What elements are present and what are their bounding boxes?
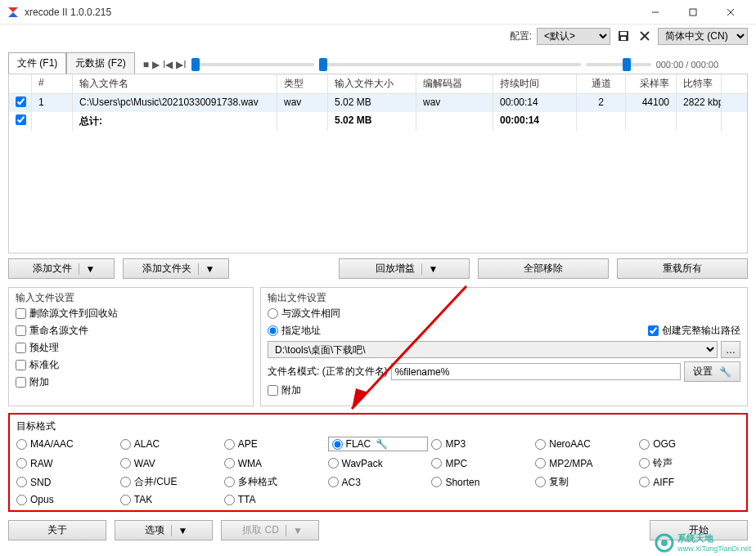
minimize-button[interactable]	[637, 0, 674, 25]
col-name[interactable]: 输入文件名	[73, 74, 277, 93]
format-mp3[interactable]: MP3	[431, 437, 532, 451]
format-ape[interactable]: APE	[224, 437, 325, 451]
filename-settings-button[interactable]: 设置 🔧	[684, 361, 740, 382]
delete-icon[interactable]	[637, 28, 653, 44]
format-radio[interactable]	[120, 458, 131, 469]
format-radio[interactable]	[328, 477, 339, 487]
format-radio[interactable]	[16, 477, 27, 487]
options-button[interactable]: 选项▼	[115, 520, 213, 540]
format-radio[interactable]	[224, 458, 235, 469]
close-button[interactable]	[712, 0, 749, 25]
format-shorten[interactable]: Shorten	[431, 475, 532, 489]
format-ogg[interactable]: OGG	[639, 437, 740, 451]
add-folder-button[interactable]: 添加文件夹▼	[123, 258, 229, 279]
format-mp2mpa[interactable]: MP2/MPA	[535, 456, 636, 470]
row-checkbox[interactable]	[16, 96, 26, 107]
table-row[interactable]: 1 C:\Users\pc\Music\20210330091738.wav w…	[9, 94, 747, 112]
format-wavpack[interactable]: WavPack	[328, 456, 429, 470]
volume-slider[interactable]	[586, 63, 651, 66]
save-icon[interactable]	[615, 28, 632, 44]
format-m4aaac[interactable]: M4A/AAC	[16, 437, 117, 451]
col-ch[interactable]: 通道	[577, 74, 626, 93]
total-checkbox[interactable]	[16, 114, 26, 125]
remove-all-button[interactable]: 全部移除	[478, 258, 609, 279]
format-radio[interactable]	[431, 458, 442, 469]
format-ac3[interactable]: AC3	[328, 475, 429, 489]
col-num[interactable]: #	[32, 74, 73, 93]
progress-slider[interactable]	[319, 63, 581, 66]
create-full-path-checkbox[interactable]	[648, 325, 659, 336]
format-cue[interactable]: 合并/CUE	[120, 475, 221, 489]
col-check[interactable]	[9, 74, 32, 93]
col-size[interactable]: 输入文件大小	[328, 74, 416, 93]
format-radio[interactable]	[120, 477, 131, 487]
add-file-button[interactable]: 添加文件▼	[8, 258, 115, 279]
gear-icon[interactable]: 🔧	[376, 438, 388, 450]
format-radio[interactable]	[16, 439, 27, 450]
same-as-source-radio[interactable]	[268, 308, 278, 319]
format-wma[interactable]: WMA	[224, 456, 325, 470]
browse-button[interactable]: …	[721, 341, 740, 358]
format-opus[interactable]: Opus	[16, 494, 117, 505]
format-radio[interactable]	[535, 477, 546, 487]
col-dur[interactable]: 持续时间	[493, 74, 577, 93]
format-radio[interactable]	[431, 477, 442, 487]
format-[interactable]: 铃声	[639, 456, 740, 470]
tab-files[interactable]: 文件 (F1)	[8, 52, 66, 74]
format-radio[interactable]	[431, 439, 442, 450]
format-radio[interactable]	[639, 439, 650, 450]
about-button[interactable]: 关于	[8, 520, 106, 540]
specify-path-radio[interactable]	[268, 325, 278, 336]
config-select[interactable]: <默认>	[537, 28, 610, 45]
delete-to-recycle-checkbox[interactable]	[16, 308, 26, 319]
format-radio[interactable]	[328, 458, 339, 469]
format-radio[interactable]	[535, 439, 546, 450]
format-radio[interactable]	[332, 439, 343, 450]
format-[interactable]: 多种格式	[224, 475, 325, 489]
format-mpc[interactable]: MPC	[431, 456, 532, 470]
preprocess-checkbox[interactable]	[16, 343, 26, 353]
format-aiff[interactable]: AIFF	[639, 475, 740, 489]
play-icon[interactable]: ▶	[152, 59, 160, 70]
reload-all-button[interactable]: 重载所有	[617, 258, 748, 279]
format-tta[interactable]: TTA	[224, 494, 325, 505]
format-radio[interactable]	[120, 495, 131, 505]
format-radio[interactable]	[224, 439, 235, 450]
replay-gain-button[interactable]: 回放增益▼	[339, 258, 470, 279]
normalize-checkbox[interactable]	[16, 360, 26, 370]
rename-source-checkbox[interactable]	[16, 325, 26, 336]
format-radio[interactable]	[16, 495, 27, 505]
format-snd[interactable]: SND	[16, 475, 117, 489]
seek-slider[interactable]	[191, 63, 314, 66]
filename-pattern-input[interactable]	[391, 363, 681, 380]
prev-icon[interactable]: I◀	[163, 59, 173, 70]
next-icon[interactable]: ▶I	[176, 59, 186, 70]
tab-metadata[interactable]: 元数据 (F2)	[66, 52, 134, 74]
format-alac[interactable]: ALAC	[120, 437, 221, 451]
format-radio[interactable]	[120, 439, 131, 450]
format-radio[interactable]	[224, 477, 235, 487]
col-type[interactable]: 类型	[277, 74, 328, 93]
rip-cd-button[interactable]: 抓取 CD▼	[221, 520, 319, 540]
format-tak[interactable]: TAK	[120, 494, 221, 505]
format-radio[interactable]	[535, 458, 546, 469]
format-radio[interactable]	[639, 458, 650, 469]
maximize-button[interactable]	[674, 0, 712, 25]
stop-icon[interactable]: ■	[143, 59, 149, 70]
format-wav[interactable]: WAV	[120, 456, 221, 470]
col-sr[interactable]: 采样率	[626, 74, 677, 93]
format-flac[interactable]: FLAC🔧	[328, 437, 429, 451]
col-br[interactable]: 比特率	[677, 74, 722, 93]
output-path-select[interactable]: D:\tools\桌面\下载吧\	[268, 341, 718, 358]
col-codec[interactable]: 编解码器	[416, 74, 493, 93]
output-attach-checkbox[interactable]	[268, 385, 278, 396]
time-display: 000:00 / 000:00	[656, 60, 718, 70]
format-neroaac[interactable]: NeroAAC	[535, 437, 636, 451]
format-raw[interactable]: RAW	[16, 456, 117, 470]
language-select[interactable]: 简体中文 (CN)	[658, 28, 748, 45]
format-radio[interactable]	[639, 477, 650, 487]
format-radio[interactable]	[224, 495, 235, 505]
input-attach-checkbox[interactable]	[16, 377, 26, 388]
format-[interactable]: 复制	[535, 475, 636, 489]
format-radio[interactable]	[16, 458, 27, 469]
